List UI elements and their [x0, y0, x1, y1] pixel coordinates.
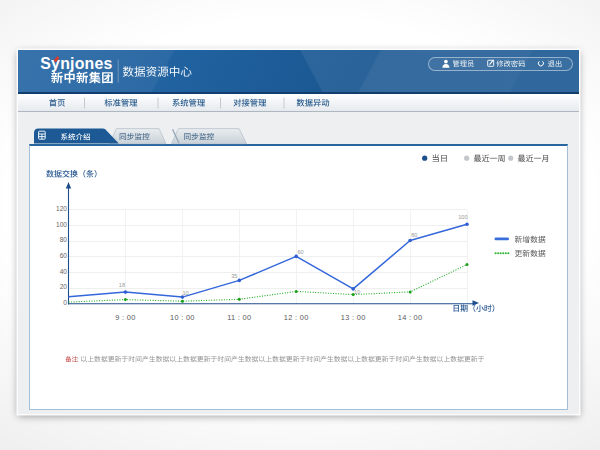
svg-text:60: 60 — [60, 252, 68, 259]
svg-text:9 : 00: 9 : 00 — [115, 313, 135, 322]
svg-text:0: 0 — [63, 299, 67, 306]
svg-text:35: 35 — [231, 273, 237, 279]
svg-text:100: 100 — [458, 214, 467, 220]
svg-text:60: 60 — [297, 249, 303, 255]
svg-text:100: 100 — [56, 221, 67, 228]
svg-text:11 : 00: 11 : 00 — [227, 313, 251, 322]
svg-text:14 : 00: 14 : 00 — [398, 313, 423, 322]
svg-text:80: 80 — [411, 232, 417, 238]
svg-text:13 : 00: 13 : 00 — [341, 313, 366, 322]
svg-text:10: 10 — [182, 290, 188, 296]
svg-text:80: 80 — [60, 236, 68, 243]
svg-text:10: 10 — [354, 289, 360, 295]
svg-text:18: 18 — [119, 282, 125, 288]
svg-text:40: 40 — [60, 268, 68, 275]
svg-text:120: 120 — [56, 205, 67, 212]
svg-text:20: 20 — [60, 283, 68, 290]
svg-text:10 : 00: 10 : 00 — [170, 313, 195, 322]
svg-text:12 : 00: 12 : 00 — [284, 313, 309, 322]
